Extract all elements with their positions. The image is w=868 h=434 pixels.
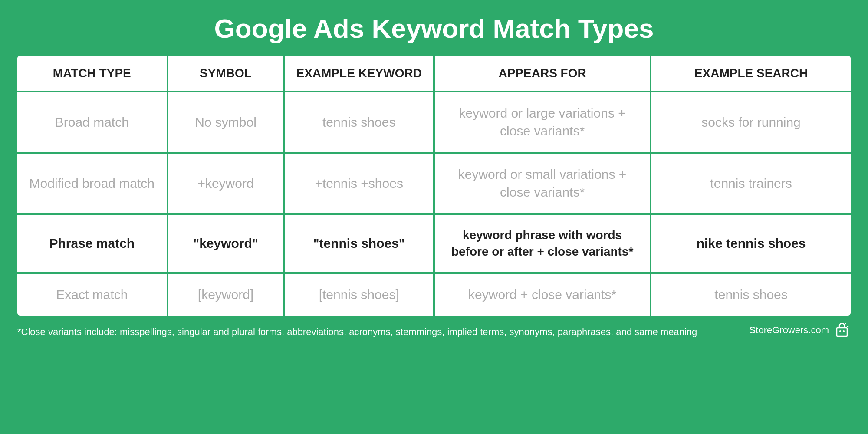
- appears-for-cell: keyword or large variations + close vari…: [434, 92, 651, 153]
- appears-for-cell: keyword or small variations + close vari…: [434, 153, 651, 214]
- symbol-cell: [keyword]: [168, 273, 284, 316]
- col-header-appears: APPEARS FOR: [434, 56, 651, 92]
- table-row: Phrase match"keyword""tennis shoes"keywo…: [17, 214, 851, 273]
- match-type-cell: Modified broad match: [17, 153, 168, 214]
- table-row: Broad matchNo symboltennis shoeskeyword …: [17, 92, 851, 153]
- footnote-text: *Close variants include: misspellings, s…: [17, 325, 697, 339]
- col-header-keyword: EXAMPLE KEYWORD: [284, 56, 434, 92]
- col-header-symbol: SYMBOL: [168, 56, 284, 92]
- svg-rect-0: [837, 328, 847, 336]
- keyword-cell: [tennis shoes]: [284, 273, 434, 316]
- appears-for-cell: keyword + close variants*: [434, 273, 651, 316]
- table-header-row: MATCH TYPE SYMBOL EXAMPLE KEYWORD APPEAR…: [17, 56, 851, 92]
- svg-point-1: [839, 330, 841, 332]
- svg-line-4: [845, 323, 846, 324]
- brand-name: StoreGrowers.com: [750, 325, 829, 336]
- example-search-cell: tennis shoes: [651, 273, 851, 316]
- symbol-cell: +keyword: [168, 153, 284, 214]
- svg-point-2: [843, 330, 845, 332]
- match-type-cell: Broad match: [17, 92, 168, 153]
- appears-for-cell: keyword phrase with words before or afte…: [434, 214, 651, 273]
- example-search-cell: socks for running: [651, 92, 851, 153]
- keyword-cell: "tennis shoes": [284, 214, 434, 273]
- keyword-cell: tennis shoes: [284, 92, 434, 153]
- table-row: Exact match[keyword][tennis shoes]keywor…: [17, 273, 851, 316]
- col-header-example: EXAMPLE SEARCH: [651, 56, 851, 92]
- match-type-cell: Exact match: [17, 273, 168, 316]
- col-header-match-type: MATCH TYPE: [17, 56, 168, 92]
- main-table-wrapper: MATCH TYPE SYMBOL EXAMPLE KEYWORD APPEAR…: [17, 56, 851, 316]
- keyword-cell: +tennis +shoes: [284, 153, 434, 214]
- shopping-bag-icon: [833, 322, 851, 339]
- keyword-match-table: MATCH TYPE SYMBOL EXAMPLE KEYWORD APPEAR…: [17, 56, 851, 316]
- brand-section: StoreGrowers.com: [750, 322, 851, 339]
- footnote-section: *Close variants include: misspellings, s…: [17, 322, 851, 339]
- table-row: Modified broad match+keyword+tennis +sho…: [17, 153, 851, 214]
- symbol-cell: "keyword": [168, 214, 284, 273]
- svg-line-5: [847, 326, 848, 327]
- match-type-cell: Phrase match: [17, 214, 168, 273]
- symbol-cell: No symbol: [168, 92, 284, 153]
- example-search-cell: nike tennis shoes: [651, 214, 851, 273]
- example-search-cell: tennis trainers: [651, 153, 851, 214]
- page-title: Google Ads Keyword Match Types: [214, 13, 654, 44]
